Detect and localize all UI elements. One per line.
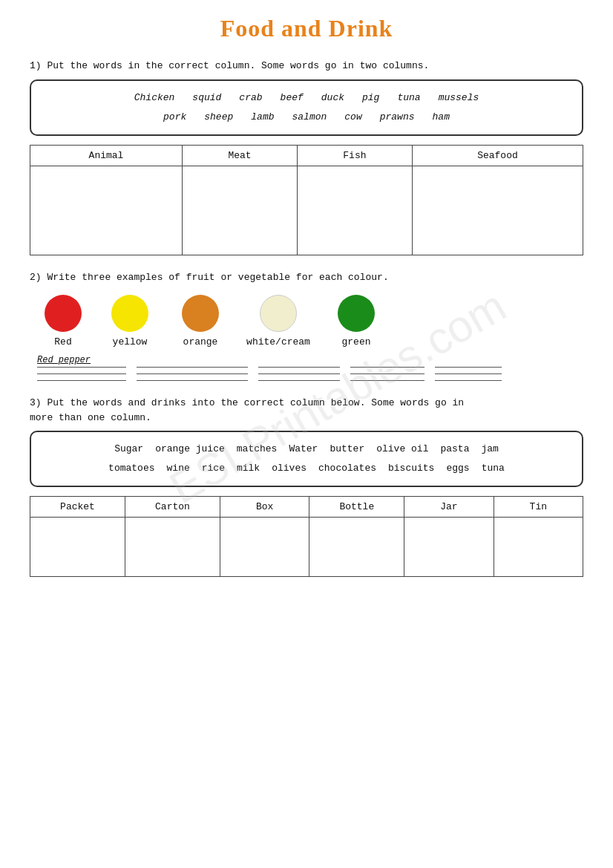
col-carton: Carton: [125, 497, 220, 518]
ans-green-1[interactable]: [435, 365, 502, 368]
q3-word-box: Sugar orange juice matches Water butter …: [30, 431, 583, 487]
ans-yellow-3[interactable]: [137, 379, 248, 381]
page-title: Food and Drink: [30, 15, 583, 42]
col-fish: Fish: [297, 145, 412, 166]
col-meat: Meat: [183, 145, 298, 166]
label-yellow: yellow: [113, 336, 148, 347]
cell-seafood[interactable]: [412, 166, 583, 255]
q2-answer-row3: [37, 379, 583, 381]
circle-yellow: [111, 295, 148, 332]
word-sugar: Sugar: [114, 440, 143, 459]
q1-label: 1) Put the words in the correct column. …: [30, 59, 583, 74]
word-pasta: pasta: [440, 440, 469, 459]
word-squid: squid: [192, 88, 221, 108]
ans-red-1[interactable]: Red pepper: [37, 355, 126, 368]
word-lamb: lamb: [251, 108, 274, 127]
question-2: 2) Write three examples of fruit or vege…: [30, 270, 583, 382]
colours-row: Red yellow orange white/cream green: [30, 295, 583, 347]
colour-red: Red: [37, 295, 89, 347]
word-jam: jam: [481, 440, 498, 459]
cell-packet[interactable]: [30, 518, 125, 577]
ans-white-3[interactable]: [350, 379, 424, 381]
cell-carton[interactable]: [125, 518, 220, 577]
col-jar: Jar: [404, 497, 494, 518]
word-olives: olives: [272, 459, 306, 478]
colour-orange: orange: [171, 295, 230, 347]
ans-orange-3[interactable]: [258, 379, 340, 381]
word-biscuits: biscuits: [388, 459, 434, 478]
q2-answer-row1: Red pepper: [37, 355, 583, 368]
word-chocolates: chocolates: [318, 459, 376, 478]
circle-orange: [182, 295, 219, 332]
colour-white-cream: white/cream: [237, 295, 319, 347]
cell-bottle[interactable]: [309, 518, 404, 577]
ans-orange-1[interactable]: [258, 365, 340, 368]
q1-words-row2: pork sheep lamb salmon cow prawns ham: [43, 108, 570, 127]
table-row[interactable]: [30, 518, 583, 577]
cell-box[interactable]: [220, 518, 309, 577]
word-olive-oil: olive oil: [376, 440, 428, 459]
ans-red-2[interactable]: [37, 372, 126, 374]
ans-green-3[interactable]: [435, 379, 502, 381]
label-white-cream: white/cream: [246, 336, 310, 347]
word-butter: butter: [330, 440, 364, 459]
colour-yellow: yellow: [96, 295, 163, 347]
q1-word-box: Chicken squid crab beef duck pig tuna mu…: [30, 79, 583, 136]
question-3: 3) Put the words and drinks into the cor…: [30, 396, 583, 577]
word-duck: duck: [321, 88, 344, 108]
col-packet: Packet: [30, 497, 125, 518]
cell-jar[interactable]: [404, 518, 494, 577]
cell-tin[interactable]: [494, 518, 583, 577]
ans-orange-2[interactable]: [258, 372, 340, 374]
word-rice: rice: [202, 459, 225, 478]
word-crab: crab: [239, 88, 262, 108]
label-green: green: [341, 336, 370, 347]
word-sheep: sheep: [204, 108, 233, 127]
q3-table: Packet Carton Box Bottle Jar Tin: [30, 496, 583, 577]
colour-green: green: [327, 295, 386, 347]
q2-answers: Red pepper: [30, 355, 583, 381]
word-ham: ham: [433, 108, 450, 127]
col-box: Box: [220, 497, 309, 518]
circle-white: [260, 295, 297, 332]
word-salmon: salmon: [292, 108, 327, 127]
word-matches: matches: [237, 440, 278, 459]
col-seafood: Seafood: [412, 145, 583, 166]
ans-yellow-1[interactable]: [137, 365, 248, 368]
cell-animal[interactable]: [30, 166, 183, 255]
word-water: Water: [289, 440, 318, 459]
question-1: 1) Put the words in the correct column. …: [30, 59, 583, 255]
cell-fish[interactable]: [297, 166, 412, 255]
word-chicken: Chicken: [134, 88, 175, 108]
q2-label: 2) Write three examples of fruit or vege…: [30, 270, 583, 285]
q3-words-row2: tomatoes wine rice milk olives chocolate…: [43, 459, 570, 478]
q1-table: Animal Meat Fish Seafood: [30, 145, 583, 255]
q1-words-row1: Chicken squid crab beef duck pig tuna mu…: [43, 88, 570, 108]
word-tomatoes: tomatoes: [108, 459, 154, 478]
word-eggs: eggs: [446, 459, 469, 478]
word-wine: wine: [167, 459, 190, 478]
ans-yellow-2[interactable]: [137, 372, 248, 374]
label-orange: orange: [183, 336, 218, 347]
cell-meat[interactable]: [183, 166, 298, 255]
word-beef: beef: [281, 88, 304, 108]
word-mussels: mussels: [439, 88, 479, 108]
circle-red: [45, 295, 82, 332]
word-tuna2: tuna: [482, 459, 505, 478]
col-animal: Animal: [30, 145, 183, 166]
circle-green: [338, 295, 375, 332]
ans-green-2[interactable]: [435, 372, 502, 374]
word-tuna: tuna: [397, 88, 420, 108]
table-row[interactable]: [30, 166, 583, 255]
col-tin: Tin: [494, 497, 583, 518]
ans-white-1[interactable]: [350, 365, 424, 368]
word-pork: pork: [163, 108, 186, 127]
label-red: Red: [54, 336, 71, 347]
word-orange-juice: orange juice: [155, 440, 225, 459]
q3-label: 3) Put the words and drinks into the cor…: [30, 396, 583, 425]
ans-white-2[interactable]: [350, 372, 424, 374]
word-pig: pig: [362, 88, 379, 108]
ans-red-3[interactable]: [37, 379, 126, 381]
word-prawns: prawns: [380, 108, 415, 127]
q3-words-row1: Sugar orange juice matches Water butter …: [43, 440, 570, 459]
